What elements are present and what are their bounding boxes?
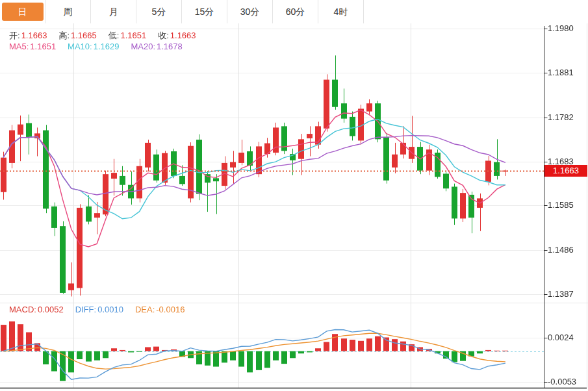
legend-label: MA5: bbox=[9, 42, 29, 51]
macd-tick-label: -0.0053 bbox=[548, 377, 587, 386]
tab-month[interactable]: 月 bbox=[91, 0, 136, 23]
tab-4hour[interactable]: 4时 bbox=[318, 0, 364, 23]
legend-value: 1.1665 bbox=[71, 31, 97, 40]
tab-label: 30分 bbox=[240, 3, 260, 21]
tab-30min[interactable]: 30分 bbox=[227, 0, 273, 23]
price-tick-label: 1.1782 bbox=[548, 112, 587, 122]
legend-label: DIFF: bbox=[75, 305, 97, 314]
legend-value: 1.1663 bbox=[21, 31, 47, 40]
tab-label: 60分 bbox=[286, 3, 305, 21]
legend-value: 1.1629 bbox=[94, 42, 120, 51]
price-tick-label: 1.1387 bbox=[548, 289, 587, 299]
legend-value: 1.1651 bbox=[120, 31, 146, 40]
candlestick-chart-canvas[interactable] bbox=[0, 0, 588, 391]
legend-pair: 收:1.1663 bbox=[158, 31, 196, 40]
legend-value: 0.0010 bbox=[97, 305, 123, 314]
macd-tick-label: 0.0024 bbox=[548, 333, 587, 342]
tab-day[interactable]: 日 bbox=[0, 0, 45, 23]
macd-legend: MACD:0.0052DIFF:0.0010DEA:-0.0016 bbox=[9, 305, 196, 314]
ma-legend: MA5:1.1651MA10:1.1629MA20:1.1678 bbox=[9, 42, 194, 51]
legend-pair: 高:1.1665 bbox=[58, 31, 96, 40]
tab-label: 日 bbox=[2, 3, 44, 21]
timeframe-tab-bar: 日周月5分15分30分60分4时 bbox=[0, 0, 588, 23]
legend-label: 开: bbox=[9, 31, 20, 40]
legend-value: -0.0016 bbox=[156, 305, 185, 314]
legend-value: 1.1663 bbox=[170, 31, 196, 40]
tab-15min[interactable]: 15分 bbox=[182, 0, 227, 23]
tab-label: 4时 bbox=[334, 3, 348, 21]
legend-value: 1.1678 bbox=[157, 42, 183, 51]
legend-pair: MA20:1.1678 bbox=[131, 42, 182, 51]
legend-pair: DIFF:0.0010 bbox=[75, 305, 123, 314]
tab-week[interactable]: 周 bbox=[45, 0, 91, 23]
legend-label: MACD: bbox=[9, 305, 36, 314]
current-price-tag: 1.1663 bbox=[544, 165, 587, 177]
tab-label: 15分 bbox=[195, 3, 214, 21]
price-tick-label: 1.1881 bbox=[548, 68, 587, 77]
legend-pair: MA5:1.1651 bbox=[9, 42, 56, 51]
tab-60min[interactable]: 60分 bbox=[273, 0, 318, 23]
legend-label: 低: bbox=[109, 31, 120, 40]
price-tick-label: 1.1980 bbox=[548, 23, 587, 33]
legend-label: 收: bbox=[158, 31, 169, 40]
legend-label: DEA: bbox=[135, 305, 155, 314]
legend-label: MA10: bbox=[68, 42, 92, 51]
legend-label: MA20: bbox=[131, 42, 155, 51]
legend-value: 0.0052 bbox=[38, 305, 64, 314]
legend-pair: 低:1.1651 bbox=[109, 31, 146, 40]
legend-pair: MACD:0.0052 bbox=[9, 305, 64, 314]
ohlc-legend: 开:1.1663高:1.1665低:1.1651收:1.1663 bbox=[9, 30, 208, 42]
price-tick-label: 1.1486 bbox=[548, 245, 587, 255]
price-tick-label: 1.1585 bbox=[548, 200, 587, 210]
legend-pair: MA10:1.1629 bbox=[68, 42, 119, 51]
legend-label: 高: bbox=[58, 31, 70, 40]
tab-label: 5分 bbox=[152, 3, 166, 21]
legend-pair: DEA:-0.0016 bbox=[135, 305, 185, 314]
tab-label: 月 bbox=[109, 3, 118, 21]
tab-5min[interactable]: 5分 bbox=[136, 0, 182, 23]
legend-pair: 开:1.1663 bbox=[9, 31, 47, 40]
tab-label: 周 bbox=[64, 3, 73, 21]
legend-value: 1.1651 bbox=[30, 42, 56, 51]
